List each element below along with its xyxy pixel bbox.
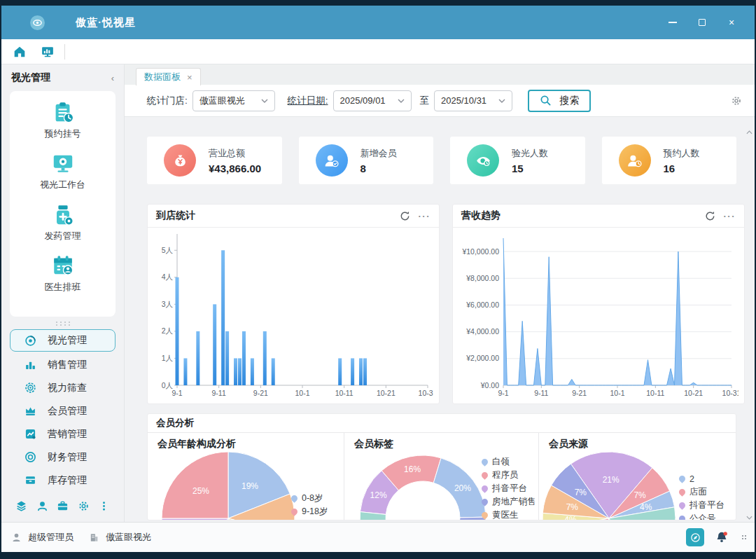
date-from-select[interactable]: 2025/09/01: [333, 90, 412, 111]
legend-marker: [480, 457, 489, 467]
home-icon[interactable]: [10, 43, 29, 61]
sidebar-item-财务管理[interactable]: 财务管理: [1, 446, 124, 469]
chevron-down-icon: [261, 99, 268, 103]
shortcut-workbench-monitor[interactable]: 视光工作台: [10, 152, 115, 191]
sidebar-item-营销管理[interactable]: 营销管理: [1, 422, 124, 446]
svg-text:4%: 4%: [640, 502, 652, 512]
maximize-button[interactable]: [697, 18, 707, 27]
legend-item-9-18岁[interactable]: 9-18岁: [291, 505, 332, 518]
svg-text:16%: 16%: [404, 464, 421, 474]
layers-icon[interactable]: [15, 500, 27, 512]
stat-card-预约人数: 预约人数16: [602, 137, 737, 184]
legend-item-店面[interactable]: 店面: [679, 485, 724, 499]
tab-data-panel[interactable]: 数据面板 ×: [136, 68, 201, 85]
revenue-trend-area-chart: ¥0.00¥2,000.00¥4,000.00¥6,000.00¥8,000.0…: [458, 228, 738, 403]
legend-item-房地产销售[interactable]: 房地产销售: [482, 495, 536, 509]
legend-item-程序员[interactable]: 程序员: [482, 469, 536, 482]
legend-item-黄医生[interactable]: 黄医生: [482, 509, 536, 520]
legend-label: 公众号: [690, 513, 716, 520]
sidebar-shortcuts-card: 预约挂号视光工作台发药管理医生排班: [10, 91, 115, 317]
svg-text:10-11: 10-11: [335, 389, 354, 397]
svg-text:10-1: 10-1: [295, 389, 309, 397]
stat-value: ¥43,866.00: [209, 163, 261, 174]
svg-text:19%: 19%: [241, 481, 258, 491]
svg-text:9-1: 9-1: [172, 389, 182, 397]
refresh-icon[interactable]: [400, 211, 410, 221]
resize-grip[interactable]: [742, 535, 746, 539]
user-icon: [11, 532, 22, 543]
sidebar-item-库存管理[interactable]: 库存管理: [1, 469, 124, 492]
sales-bars-icon: [24, 359, 36, 371]
pie-legend: 2店面抖音平台公众号官网: [679, 472, 724, 520]
sidebar-item-视力筛查[interactable]: 视力筛查: [1, 376, 124, 399]
user-clock-icon: [619, 144, 651, 177]
legend-label: 抖音平台: [492, 483, 527, 495]
settings-gear-icon[interactable]: [78, 500, 90, 512]
legend-item-2[interactable]: 2: [679, 472, 724, 485]
legend-marker: [480, 471, 489, 480]
refresh-icon[interactable]: [705, 211, 715, 221]
search-icon: [540, 95, 552, 106]
more-options-icon[interactable]: ···: [724, 211, 736, 221]
legend-item-0-8岁[interactable]: 0-8岁: [291, 492, 332, 505]
sidebar-item-视光管理[interactable]: 视光管理: [10, 329, 115, 352]
legend-label: 19-25岁: [302, 519, 332, 520]
legend-item-抖音平台[interactable]: 抖音平台: [482, 482, 536, 495]
svg-text:20%: 20%: [454, 483, 471, 493]
svg-text:¥4,000.00: ¥4,000.00: [465, 327, 499, 336]
legend-item-公众号[interactable]: 公众号: [679, 512, 724, 520]
legend-item-19-25岁[interactable]: 19-25岁: [291, 518, 332, 520]
navigator-button[interactable]: [686, 528, 704, 546]
tab-close-icon[interactable]: ×: [187, 73, 192, 82]
close-button[interactable]: ×: [727, 18, 736, 27]
legend-item-白领[interactable]: 白领: [482, 455, 536, 469]
medicine-bottle-icon: [51, 203, 75, 227]
dashboard-scroll-area[interactable]: 营业总额¥43,866.00 新增会员8 验光人数15 预约人数16 到店统计 …: [125, 117, 755, 522]
legend-label: 2: [690, 474, 694, 484]
briefcase-icon[interactable]: [57, 500, 69, 512]
finance-coin-icon: [24, 451, 36, 463]
member-chart-会员年龄构成分析: 会员年龄构成分析19%25%0-8岁9-18岁19-25岁: [148, 433, 344, 520]
store-select[interactable]: 傲蓝眼视光: [192, 90, 275, 111]
svg-text:25%: 25%: [192, 486, 209, 496]
search-button[interactable]: 搜索: [528, 90, 591, 112]
sidebar-item-label: 营销管理: [48, 428, 87, 441]
store-visits-panel: 到店统计 ··· 0人1人2人3人4人5人9-19-119-2110-110-1…: [147, 204, 440, 404]
store-building-icon: [89, 532, 99, 543]
shortcut-clipboard-clock[interactable]: 预约挂号: [10, 101, 115, 140]
toolbar: [1, 39, 755, 64]
svg-text:10-21: 10-21: [684, 389, 703, 397]
date-from-value: 2025/09/01: [340, 95, 386, 106]
stat-card-验光人数: 验光人数15: [450, 137, 585, 184]
sidebar: 视光管理 ‹ 预约挂号视光工作台发药管理医生排班 视光管理销售管理视力筛查会员管…: [1, 64, 125, 522]
sidebar-item-销售管理[interactable]: 销售管理: [1, 353, 124, 376]
sidebar-collapse-icon[interactable]: ‹: [111, 73, 114, 83]
stat-label: 新增会员: [360, 147, 397, 160]
minimize-button[interactable]: [668, 18, 678, 27]
dashboard-icon[interactable]: [38, 43, 57, 61]
shortcut-calendar-doctor[interactable]: 医生排班: [10, 254, 115, 294]
sidebar-item-label: 会员管理: [48, 405, 87, 417]
sidebar-drag-handle[interactable]: [1, 317, 124, 328]
pie-legend: 0-8岁9-18岁19-25岁: [291, 492, 332, 520]
member-pin-icon[interactable]: [36, 500, 48, 512]
legend-marker: [480, 484, 489, 493]
legend-item-抖音平台[interactable]: 抖音平台: [679, 499, 724, 512]
svg-text:7%: 7%: [634, 490, 646, 500]
sidebar-item-会员管理[interactable]: 会员管理: [1, 399, 124, 422]
svg-text:3人: 3人: [162, 300, 174, 308]
scroll-up-icon[interactable]: [746, 130, 752, 134]
more-options-icon[interactable]: ···: [419, 211, 431, 221]
scroll-down-icon[interactable]: [746, 516, 752, 520]
legend-label: 白领: [492, 456, 510, 468]
shortcut-medicine-bottle[interactable]: 发药管理: [10, 203, 115, 242]
legend-marker: [678, 474, 687, 483]
settings-gear-icon[interactable]: [731, 95, 742, 106]
date-to-select[interactable]: 2025/10/31: [434, 90, 512, 111]
legend-label: 程序员: [492, 469, 519, 481]
notification-bell-icon[interactable]: [715, 531, 728, 544]
svg-text:¥2,000.00: ¥2,000.00: [465, 354, 499, 362]
legend-label: 0-8岁: [302, 492, 323, 504]
more-dots-icon[interactable]: [98, 500, 110, 512]
sidebar-title: 视光管理: [11, 71, 50, 84]
